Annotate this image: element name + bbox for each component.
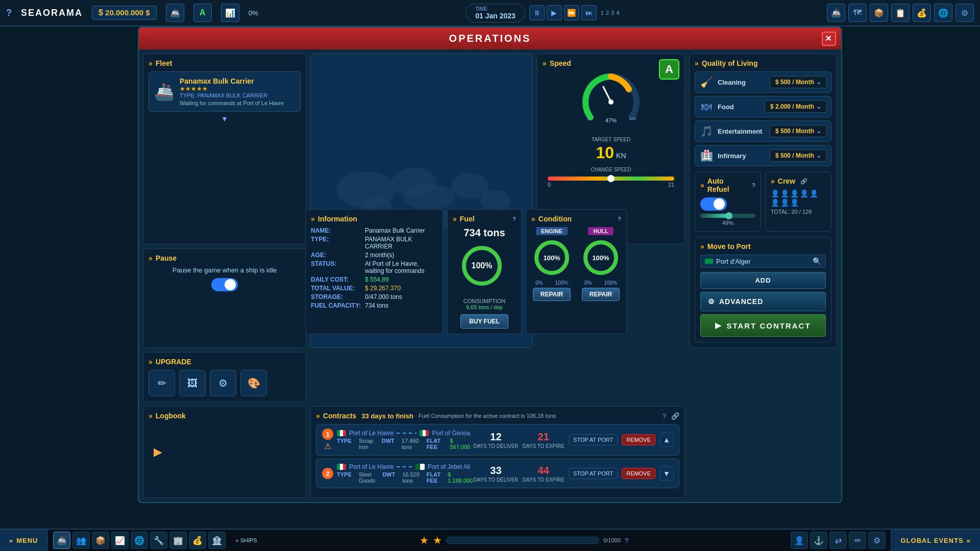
bottom-globe-icon[interactable]: 🌐 — [131, 532, 148, 549]
qol-title: Quality of Living — [695, 59, 831, 67]
svg-line-11 — [603, 87, 611, 102]
ff-btn[interactable]: ⏩ — [564, 5, 579, 20]
infirmary-amount[interactable]: $ 500 / Month ⌄ — [770, 149, 827, 162]
contracts-icon[interactable]: 📋 — [891, 4, 910, 22]
info-row-daily-cost: DAILY COST: $ 554,89 — [311, 276, 437, 283]
fuel-title: Fuel ? — [453, 215, 516, 223]
speed-slider[interactable] — [548, 177, 674, 181]
close-button[interactable]: ✕ — [822, 32, 836, 46]
upgrade-edit-btn[interactable]: ✏ — [149, 370, 175, 396]
bottom-pencil-icon[interactable]: ✏ — [849, 532, 866, 549]
pause-btn[interactable]: ⏸ — [529, 5, 545, 20]
play-btn[interactable]: ▶ — [547, 5, 562, 20]
hull-gauge-svg: 100% — [580, 237, 621, 278]
fuel-panel: Fuel ? 734 tons 100% CONSUMPTION 9,65 to… — [447, 209, 522, 334]
infirmary-chevron-icon[interactable]: ⌄ — [816, 152, 821, 159]
remove-btn-2[interactable]: REMOVE — [622, 468, 655, 479]
bottom-person-icon[interactable]: 👤 — [791, 532, 808, 549]
stop-at-port-btn-1[interactable]: STOP AT PORT — [569, 434, 618, 445]
fleet-icon-btn[interactable]: 🚢 — [166, 4, 184, 22]
settings-icon[interactable]: ⚙ — [955, 4, 974, 22]
bottom-gear-icon[interactable]: ⚙ — [868, 532, 886, 549]
upgrade-paint-btn[interactable]: 🎨 — [240, 370, 267, 396]
cleaning-amount[interactable]: $ 500 / Month ⌄ — [770, 76, 827, 88]
crew-external-icon[interactable]: 🔗 — [800, 178, 807, 185]
fuel-gauge-svg: 100% — [459, 243, 505, 289]
engine-gauge-svg: 100% — [531, 237, 572, 278]
menu-button[interactable]: » MENU — [0, 530, 48, 551]
bottom-ship-icon[interactable]: 🚢 — [53, 532, 70, 549]
contract-ports-2: Port of Le Havre Port of Jebel Ali — [337, 463, 470, 470]
stats-icon-btn[interactable]: 📊 — [221, 4, 239, 22]
stop-at-port-btn-2[interactable]: STOP AT PORT — [569, 468, 618, 479]
engine-repair-button[interactable]: REPAIR — [533, 288, 571, 301]
global-events-button[interactable]: GLOBAL EVENTS « — [891, 530, 980, 551]
routes-icon[interactable]: 🗺 — [848, 4, 867, 22]
hull-gauge: HULL 100% 0%100% REPAIR — [580, 227, 621, 301]
fuel-help-icon[interactable]: ? — [512, 216, 516, 222]
contract-actions-2: 33 DAYS TO DELIVER 44 DAYS TO EXPIRE STO… — [473, 465, 674, 483]
info-daily-cost-val: $ 554,89 — [365, 276, 389, 283]
entertainment-amount[interactable]: $ 500 / Month ⌄ — [770, 125, 827, 137]
cargo-icon[interactable]: 📦 — [870, 4, 888, 22]
fee-label-2: FLAT FEE — [427, 471, 440, 484]
crew-icon-1: 👤 — [771, 189, 779, 197]
pause-toggle[interactable] — [211, 278, 238, 291]
start-contract-button[interactable]: ▶ START CONTRACT — [700, 314, 826, 337]
xp-help-icon[interactable]: ? — [625, 537, 628, 544]
fleet-ship[interactable]: 🚢 Panamax Bulk Carrier ★★★★★ TYPE: PANAM… — [149, 71, 301, 112]
advanced-button[interactable]: ⚙ ADVANCED — [700, 292, 826, 311]
to-port-2: Port of Jebel Ali — [428, 463, 470, 470]
condition-help-icon[interactable]: ? — [618, 216, 621, 222]
ships-nav-icon[interactable]: 🚢 — [827, 4, 845, 22]
bottom-crew-icon[interactable]: 👥 — [72, 532, 90, 549]
bottom-bank-icon[interactable]: 🏦 — [208, 532, 226, 549]
upgrade-settings-btn[interactable]: ⚙ — [210, 370, 236, 396]
condition-title: Condition ? — [531, 215, 621, 223]
auto-refuel-help-icon[interactable]: ? — [752, 182, 755, 188]
bottom-money-icon[interactable]: 💰 — [189, 532, 206, 549]
bottom-building-icon[interactable]: 🏢 — [169, 532, 187, 549]
auto-refuel-slider[interactable] — [700, 214, 755, 218]
search-icon[interactable]: 🔍 — [813, 257, 821, 265]
contracts-header: Contracts 33 days to finish Fuel Consump… — [316, 412, 679, 420]
hull-repair-button[interactable]: REPAIR — [582, 288, 620, 301]
cleaning-chevron-icon[interactable]: ⌄ — [816, 79, 821, 86]
ship-stars: ★★★★★ — [180, 85, 284, 92]
svg-point-3 — [403, 184, 455, 210]
finance-icon[interactable]: 💰 — [913, 4, 931, 22]
info-row-total-value: TOTAL VALUE: $ 29.267.370 — [311, 285, 437, 292]
food-amount[interactable]: $ 2.000 / Month ⌄ — [765, 101, 827, 113]
tons-val-1: 17.460 tons — [402, 438, 420, 450]
bottom-wrench-icon[interactable]: 🔧 — [150, 532, 167, 549]
expand-btn-1[interactable]: ▲ — [659, 433, 674, 447]
entertainment-chevron-icon[interactable]: ⌄ — [816, 128, 821, 135]
level-icon-btn[interactable]: A — [193, 4, 212, 22]
svg-text:100%: 100% — [472, 261, 493, 270]
global-icon[interactable]: 🌐 — [934, 4, 952, 22]
info-total-value-val: $ 29.267.370 — [365, 285, 401, 292]
bottom-chart-icon[interactable]: 📈 — [111, 532, 129, 549]
bottom-cargo-icon[interactable]: 📦 — [92, 532, 109, 549]
expand-btn-2[interactable]: ▼ — [659, 466, 674, 481]
auto-refuel-toggle[interactable] — [700, 197, 727, 211]
speed-controls: ⏸ ▶ ⏩ ⏭ — [529, 5, 597, 20]
bottom-swap-icon[interactable]: ⇄ — [829, 532, 847, 549]
upgrade-image-btn[interactable]: 🖼 — [179, 370, 206, 396]
fleet-chevron[interactable]: ▼ — [149, 115, 301, 123]
add-button[interactable]: ADD — [700, 272, 826, 289]
food-chevron-icon[interactable]: ⌄ — [816, 103, 821, 110]
route-line-2 — [397, 466, 412, 467]
star-icon-1: ★ — [420, 534, 429, 546]
entertainment-icon: 🎵 — [699, 125, 714, 137]
remove-btn-1[interactable]: REMOVE — [622, 434, 655, 445]
type-label-1: TYPE — [337, 438, 352, 450]
help-icon[interactable]: ? — [6, 8, 12, 18]
bottom-anchor-icon[interactable]: ⚓ — [810, 532, 827, 549]
fuel-consumption: CONSUMPTION 9,65 tons / day — [453, 298, 516, 310]
fff-btn[interactable]: ⏭ — [581, 5, 597, 20]
time-display: TIME 01 Jan 2023 — [465, 4, 525, 22]
buy-fuel-button[interactable]: BUY FUEL — [460, 314, 508, 329]
contracts-link-icon[interactable]: 🔗 — [671, 412, 679, 420]
contracts-help-icon[interactable]: ? — [663, 412, 666, 420]
